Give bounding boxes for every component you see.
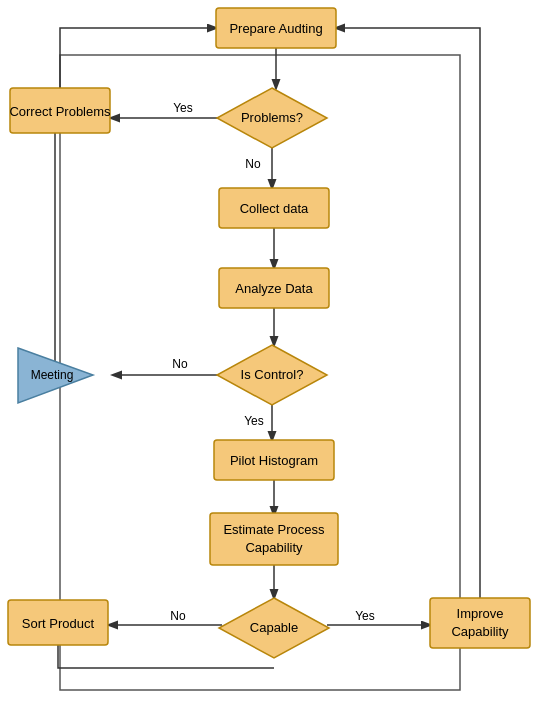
is-control-label: Is Control? xyxy=(241,367,304,382)
svg-rect-20 xyxy=(210,513,338,565)
improve-capability-label-2: Capability xyxy=(451,624,509,639)
meeting-label: Meeting xyxy=(31,368,74,382)
yes-problems-label: Yes xyxy=(173,101,193,115)
capability-label: Capability xyxy=(245,540,303,555)
estimate-process-label: Estimate Process xyxy=(223,522,325,537)
flowchart-diagram: Prepare Audting Correct Problems Problem… xyxy=(0,0,539,703)
no-capable-label: No xyxy=(170,609,186,623)
yes-capable-label: Yes xyxy=(355,609,375,623)
problems-label: Problems? xyxy=(241,110,303,125)
prepare-audting-label: Prepare Audting xyxy=(229,21,322,36)
diagram-svg: Prepare Audting Correct Problems Problem… xyxy=(0,0,539,703)
collect-data-label: Collect data xyxy=(240,201,309,216)
capable-label: Capable xyxy=(250,620,298,635)
sort-product-label: Sort Product xyxy=(22,616,95,631)
analyze-data-label: Analyze Data xyxy=(235,281,313,296)
improve-capability-label-1: Improve xyxy=(457,606,504,621)
no-problems-label: No xyxy=(245,157,261,171)
no-control-label: No xyxy=(172,357,188,371)
pilot-histogram-label: Pilot Histogram xyxy=(230,453,318,468)
yes-control-label: Yes xyxy=(244,414,264,428)
correct-problems-label: Correct Problems xyxy=(9,104,111,119)
